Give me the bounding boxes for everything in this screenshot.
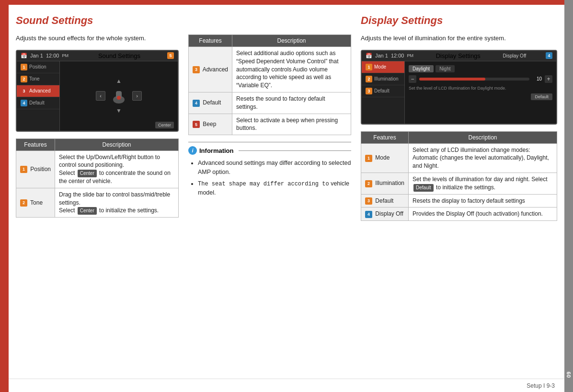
tone-badge: 2 <box>20 199 27 207</box>
display-slider-row: − 10 + <box>409 75 552 83</box>
middle-table-header-description: Description <box>232 35 351 47</box>
left-sidebar <box>0 0 9 392</box>
sound-nav-default[interactable]: 4 Default <box>17 97 59 109</box>
sound-settings-column: Sound Settings Adjusts the sound effects… <box>16 14 179 374</box>
seat-left-btn[interactable]: ‹ <box>96 91 105 101</box>
beep-desc-cell: Select to activate a beep when pressing … <box>232 114 351 135</box>
default-feature-cell: 4 Default <box>189 92 232 114</box>
display-nav-illumination[interactable]: 2 Illumination <box>362 73 404 85</box>
sound-nav-tone[interactable]: 2 Tone <box>17 73 59 85</box>
seat-icon <box>109 86 128 105</box>
display-default-feature-cell: 3 Default <box>361 194 409 208</box>
mono-text: The seat shape may differ according to <box>198 181 329 187</box>
display-screen-datetime: 📅 Jan 1 12:00 PM <box>366 53 413 59</box>
display-info-text: Set the level of LCD Illumination for Da… <box>409 86 552 91</box>
svg-point-2 <box>117 96 121 100</box>
nav-badge-1: 1 <box>21 64 27 70</box>
sound-feature-table: Features Description 1 Position Select t… <box>16 138 179 218</box>
information-box: i Information Advanced sound settings ma… <box>188 142 351 197</box>
sound-screen-nav: 1 Position 2 Tone 3 Advanced 4 <box>17 61 60 131</box>
display-daylight-btn[interactable]: Daylight <box>409 65 434 72</box>
display-screen-date: Jan 1 <box>375 53 388 58</box>
display-night-btn[interactable]: Night <box>435 65 454 72</box>
display-slider-value: 10 <box>532 76 542 81</box>
center-screen-btn[interactable]: Center <box>155 122 174 128</box>
table-row: 4 Default Resets the sound to factory de… <box>189 92 351 114</box>
sound-screen-body: 1 Position 2 Tone 3 Advanced 4 <box>17 61 178 131</box>
table-row: 5 Beep Select to activate a beep when pr… <box>189 114 351 135</box>
display-nav-default[interactable]: 3 Default <box>362 85 404 97</box>
sound-table-header-description: Description <box>55 138 179 150</box>
display-screen-mockup: 📅 Jan 1 12:00 PM Display Settings Displa… <box>361 50 557 125</box>
middle-table-header-features: Features <box>189 35 232 47</box>
display-feature-table: Features Description 1 Mode Select any o… <box>361 131 557 221</box>
mode-badge: 1 <box>365 155 372 162</box>
sound-nav-advanced[interactable]: 3 Advanced <box>17 85 59 97</box>
advanced-desc-cell: Select additional audio options such as … <box>232 47 351 92</box>
information-title: i Information <box>188 146 351 155</box>
nav-badge-3: 3 <box>21 88 27 94</box>
illumination-feature-cell: 2 Illumination <box>361 173 409 194</box>
default-button-ref: Default <box>413 184 434 192</box>
seat-right-btn[interactable]: › <box>132 91 142 101</box>
tone-feature-cell: 2 Tone <box>16 188 55 218</box>
display-screen-nav: 1 Mode 2 Illumination 3 Default <box>362 61 405 124</box>
arrow-down-icon: ▼ <box>116 107 122 114</box>
display-default-badge: 3 <box>365 197 372 205</box>
display-default-btn[interactable]: Default <box>531 93 552 100</box>
display-screen-topbar: 📅 Jan 1 12:00 PM Display Settings Displa… <box>362 51 556 61</box>
display-default-desc-cell: Resets the display to factory default se… <box>409 194 557 208</box>
display-nav-badge-3: 3 <box>366 88 372 94</box>
sound-nav-position[interactable]: 1 Position <box>17 61 59 73</box>
page-number: 60 <box>566 371 572 378</box>
display-minus-btn[interactable]: − <box>409 75 416 83</box>
display-mode-row: Daylight Night <box>409 65 552 72</box>
display-settings-title: Display Settings <box>361 14 557 27</box>
display-screen-time-suffix: PM <box>407 53 413 58</box>
default-badge: 4 <box>193 100 200 107</box>
sound-screen-label: Sound Settings <box>98 52 140 59</box>
sound-screen-datetime: 📅 Jan 1 12:00 PM <box>21 53 69 59</box>
display-calendar-icon: 📅 <box>366 53 372 59</box>
main-content: Sound Settings Adjusts the sound effects… <box>9 0 564 392</box>
sound-settings-title: Sound Settings <box>16 14 179 27</box>
display-settings-column: Display Settings Adjusts the level of il… <box>361 14 557 374</box>
list-item: Advanced sound settings may differ accor… <box>198 159 351 177</box>
display-nav-mode[interactable]: 1 Mode <box>362 61 404 73</box>
right-sidebar: 60 <box>564 0 573 392</box>
information-label: Information <box>199 147 234 154</box>
middle-feature-table: Features Description 3 Advanced Select a… <box>188 35 351 135</box>
display-screen-badge: 4 <box>546 52 552 59</box>
arrow-up-icon: ▲ <box>116 78 122 84</box>
tone-desc-cell: Drag the slide bar to control bass/mid/t… <box>55 188 179 218</box>
position-desc-cell: Select the Up/Down/Left/Right button to … <box>55 150 179 188</box>
display-settings-intro: Adjusts the level of illumination for th… <box>361 34 557 43</box>
display-slider-fill <box>419 78 485 81</box>
info-divider <box>239 150 352 151</box>
calendar-icon: 📅 <box>21 53 27 59</box>
display-screen-body: 1 Mode 2 Illumination 3 Default <box>362 61 556 124</box>
sound-screen-date: Jan 1 <box>30 53 43 58</box>
advanced-badge: 3 <box>193 66 200 73</box>
position-badge: 1 <box>20 166 27 173</box>
beep-feature-cell: 5 Beep <box>189 114 232 135</box>
seat-controls: ‹ › <box>96 86 142 105</box>
default-desc-cell: Resets the sound to factory default sett… <box>232 92 351 114</box>
display-plus-minus: − <box>409 75 416 83</box>
display-nav-badge-1: 1 <box>366 64 372 70</box>
table-row: 3 Default Resets the display to factory … <box>361 194 557 208</box>
displayoff-feature-cell: 4 Display Off <box>361 208 409 221</box>
illumination-badge: 2 <box>365 180 372 187</box>
sound-screen-time: 12:00 <box>46 53 59 58</box>
sound-screen-main: ▲ ‹ › ▼ <box>60 61 178 131</box>
table-row: 3 Advanced Select additional audio optio… <box>189 47 351 92</box>
list-item: The seat shape may differ according to v… <box>198 179 351 197</box>
display-plus-btn[interactable]: + <box>545 75 552 83</box>
table-row: 1 Mode Select any of LCD illumination ch… <box>361 143 557 173</box>
seat-visual: ▲ ‹ › ▼ <box>96 78 142 114</box>
middle-column: Features Description 3 Advanced Select a… <box>188 14 351 374</box>
display-slider[interactable] <box>419 78 529 81</box>
info-icon: i <box>188 146 197 155</box>
nav-badge-2: 2 <box>21 76 27 82</box>
sound-settings-intro: Adjusts the sound effects for the whole … <box>16 34 179 43</box>
